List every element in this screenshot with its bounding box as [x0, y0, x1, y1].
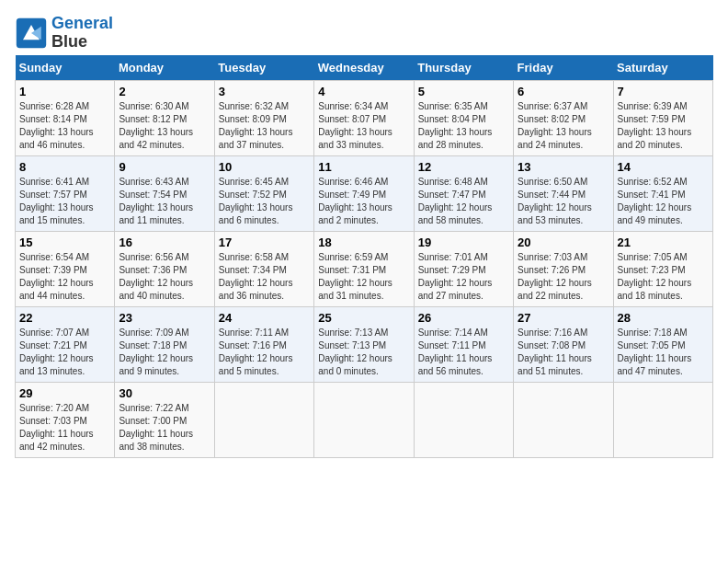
calendar-table: SundayMondayTuesdayWednesdayThursdayFrid…: [15, 55, 713, 458]
day-info: Sunrise: 6:28 AMSunset: 8:14 PMDaylight:…: [19, 100, 110, 152]
day-number: 16: [119, 236, 210, 249]
day-number: 7: [618, 85, 709, 98]
column-header-saturday: Saturday: [613, 55, 712, 81]
day-number: 29: [19, 386, 110, 400]
calendar-cell: 13Sunrise: 6:50 AMSunset: 7:44 PMDayligh…: [514, 155, 613, 231]
day-number: 13: [518, 160, 609, 174]
logo: General Blue: [15, 15, 113, 52]
calendar-cell: 19Sunrise: 7:01 AMSunset: 7:29 PMDayligh…: [414, 231, 513, 306]
calendar-cell: 15Sunrise: 6:54 AMSunset: 7:39 PMDayligh…: [16, 231, 115, 306]
day-info: Sunrise: 6:52 AMSunset: 7:41 PMDaylight:…: [618, 176, 709, 227]
column-header-tuesday: Tuesday: [214, 55, 313, 81]
day-info: Sunrise: 7:22 AMSunset: 7:00 PMDaylight:…: [119, 402, 210, 454]
calendar-cell: 30Sunrise: 7:22 AMSunset: 7:00 PMDayligh…: [115, 382, 214, 457]
day-info: Sunrise: 6:58 AMSunset: 7:34 PMDaylight:…: [219, 251, 310, 303]
day-number: 26: [418, 311, 509, 325]
column-header-wednesday: Wednesday: [314, 55, 414, 81]
day-info: Sunrise: 6:50 AMSunset: 7:44 PMDaylight:…: [518, 176, 609, 227]
logo-icon: [15, 17, 48, 50]
calendar-cell: 10Sunrise: 6:45 AMSunset: 7:52 PMDayligh…: [214, 155, 313, 231]
calendar-cell: [214, 382, 313, 457]
calendar-cell: [514, 382, 613, 457]
day-number: 23: [119, 311, 210, 325]
day-info: Sunrise: 6:45 AMSunset: 7:52 PMDaylight:…: [219, 176, 310, 227]
calendar-cell: 6Sunrise: 6:37 AMSunset: 8:02 PMDaylight…: [514, 80, 613, 155]
calendar-week-4: 22Sunrise: 7:07 AMSunset: 7:21 PMDayligh…: [16, 306, 713, 382]
calendar-cell: 9Sunrise: 6:43 AMSunset: 7:54 PMDaylight…: [115, 155, 214, 231]
day-info: Sunrise: 7:14 AMSunset: 7:11 PMDaylight:…: [418, 327, 509, 378]
day-number: 5: [418, 85, 509, 98]
day-info: Sunrise: 7:09 AMSunset: 7:18 PMDaylight:…: [119, 327, 210, 378]
day-info: Sunrise: 6:41 AMSunset: 7:57 PMDaylight:…: [19, 176, 110, 227]
day-info: Sunrise: 6:48 AMSunset: 7:47 PMDaylight:…: [418, 176, 509, 227]
day-number: 15: [19, 236, 110, 249]
day-info: Sunrise: 6:39 AMSunset: 7:59 PMDaylight:…: [618, 100, 709, 152]
calendar-cell: 5Sunrise: 6:35 AMSunset: 8:04 PMDaylight…: [414, 80, 513, 155]
calendar-week-5: 29Sunrise: 7:20 AMSunset: 7:03 PMDayligh…: [16, 382, 713, 457]
day-number: 9: [119, 160, 210, 174]
day-number: 18: [318, 236, 409, 249]
day-info: Sunrise: 7:01 AMSunset: 7:29 PMDaylight:…: [418, 251, 509, 303]
day-info: Sunrise: 7:05 AMSunset: 7:23 PMDaylight:…: [618, 251, 709, 303]
day-info: Sunrise: 7:13 AMSunset: 7:13 PMDaylight:…: [318, 327, 409, 378]
column-header-sunday: Sunday: [16, 55, 115, 81]
day-info: Sunrise: 7:16 AMSunset: 7:08 PMDaylight:…: [518, 327, 609, 378]
calendar-cell: 7Sunrise: 6:39 AMSunset: 7:59 PMDaylight…: [613, 80, 712, 155]
calendar-cell: 17Sunrise: 6:58 AMSunset: 7:34 PMDayligh…: [214, 231, 313, 306]
day-info: Sunrise: 7:03 AMSunset: 7:26 PMDaylight:…: [518, 251, 609, 303]
calendar-cell: [314, 382, 414, 457]
day-info: Sunrise: 7:18 AMSunset: 7:05 PMDaylight:…: [618, 327, 709, 378]
day-number: 4: [318, 85, 409, 98]
calendar-week-1: 1Sunrise: 6:28 AMSunset: 8:14 PMDaylight…: [16, 80, 713, 155]
calendar-cell: 12Sunrise: 6:48 AMSunset: 7:47 PMDayligh…: [414, 155, 513, 231]
calendar-cell: 1Sunrise: 6:28 AMSunset: 8:14 PMDaylight…: [16, 80, 115, 155]
day-number: 3: [219, 85, 310, 98]
day-number: 24: [219, 311, 310, 325]
calendar-cell: 22Sunrise: 7:07 AMSunset: 7:21 PMDayligh…: [16, 306, 115, 382]
day-number: 12: [418, 160, 509, 174]
calendar-cell: 26Sunrise: 7:14 AMSunset: 7:11 PMDayligh…: [414, 306, 513, 382]
calendar-cell: 29Sunrise: 7:20 AMSunset: 7:03 PMDayligh…: [16, 382, 115, 457]
day-info: Sunrise: 6:56 AMSunset: 7:36 PMDaylight:…: [119, 251, 210, 303]
day-number: 14: [618, 160, 709, 174]
day-number: 1: [19, 85, 110, 98]
calendar-week-3: 15Sunrise: 6:54 AMSunset: 7:39 PMDayligh…: [16, 231, 713, 306]
calendar-cell: 16Sunrise: 6:56 AMSunset: 7:36 PMDayligh…: [115, 231, 214, 306]
day-number: 22: [19, 311, 110, 325]
day-info: Sunrise: 6:32 AMSunset: 8:09 PMDaylight:…: [219, 100, 310, 152]
calendar-week-2: 8Sunrise: 6:41 AMSunset: 7:57 PMDaylight…: [16, 155, 713, 231]
day-number: 20: [518, 236, 609, 249]
calendar-cell: 3Sunrise: 6:32 AMSunset: 8:09 PMDaylight…: [214, 80, 313, 155]
calendar-cell: 8Sunrise: 6:41 AMSunset: 7:57 PMDaylight…: [16, 155, 115, 231]
calendar-cell: 25Sunrise: 7:13 AMSunset: 7:13 PMDayligh…: [314, 306, 414, 382]
day-info: Sunrise: 6:43 AMSunset: 7:54 PMDaylight:…: [119, 176, 210, 227]
calendar-cell: 2Sunrise: 6:30 AMSunset: 8:12 PMDaylight…: [115, 80, 214, 155]
day-info: Sunrise: 7:20 AMSunset: 7:03 PMDaylight:…: [19, 402, 110, 454]
page-header: General Blue: [15, 15, 713, 52]
day-number: 19: [418, 236, 509, 249]
calendar-cell: 24Sunrise: 7:11 AMSunset: 7:16 PMDayligh…: [214, 306, 313, 382]
day-number: 8: [19, 160, 110, 174]
day-info: Sunrise: 6:46 AMSunset: 7:49 PMDaylight:…: [318, 176, 409, 227]
day-info: Sunrise: 6:30 AMSunset: 8:12 PMDaylight:…: [119, 100, 210, 152]
calendar-cell: 11Sunrise: 6:46 AMSunset: 7:49 PMDayligh…: [314, 155, 414, 231]
day-number: 27: [518, 311, 609, 325]
day-info: Sunrise: 6:35 AMSunset: 8:04 PMDaylight:…: [418, 100, 509, 152]
calendar-cell: 20Sunrise: 7:03 AMSunset: 7:26 PMDayligh…: [514, 231, 613, 306]
calendar-cell: 28Sunrise: 7:18 AMSunset: 7:05 PMDayligh…: [613, 306, 712, 382]
column-header-thursday: Thursday: [414, 55, 513, 81]
day-number: 11: [318, 160, 409, 174]
calendar-cell: 21Sunrise: 7:05 AMSunset: 7:23 PMDayligh…: [613, 231, 712, 306]
day-info: Sunrise: 7:11 AMSunset: 7:16 PMDaylight:…: [219, 327, 310, 378]
column-header-monday: Monday: [115, 55, 214, 81]
day-info: Sunrise: 6:37 AMSunset: 8:02 PMDaylight:…: [518, 100, 609, 152]
day-info: Sunrise: 6:54 AMSunset: 7:39 PMDaylight:…: [19, 251, 110, 303]
logo-text: General Blue: [51, 15, 113, 52]
day-number: 2: [119, 85, 210, 98]
calendar-cell: [414, 382, 513, 457]
calendar-cell: 23Sunrise: 7:09 AMSunset: 7:18 PMDayligh…: [115, 306, 214, 382]
day-number: 10: [219, 160, 310, 174]
day-number: 25: [318, 311, 409, 325]
day-number: 30: [119, 386, 210, 400]
calendar-cell: [613, 382, 712, 457]
